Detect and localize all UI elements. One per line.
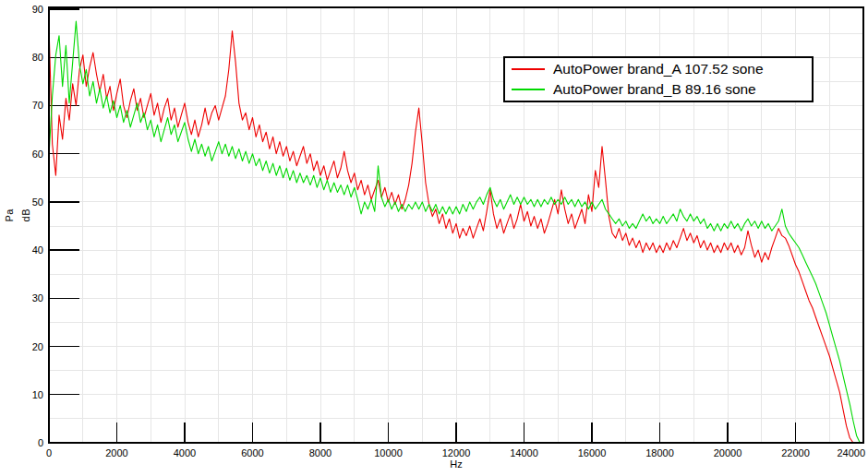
x-tick-label: 22000 [781, 447, 810, 458]
x-tick-label: 6000 [241, 447, 263, 458]
autopower-spectrum-chart: 0102030405060708090020004000600080001000… [0, 0, 868, 476]
y-tick-label: 40 [32, 244, 43, 256]
legend-item-brand-b: AutoPower brand_B 89.16 sone [505, 79, 812, 100]
x-tick-label: 24000 [837, 447, 865, 458]
legend-item-brand-a: AutoPower brand_A 107.52 sone [505, 59, 812, 79]
y-axis-unit-db: dB [20, 208, 31, 221]
y-tick-label: 90 [32, 4, 43, 15]
legend-label-brand-b: AutoPower brand_B 89.16 sone [553, 81, 756, 98]
x-tick-label: 4000 [174, 447, 196, 458]
x-tick-label: 14000 [510, 447, 538, 458]
x-axis-title: Hz [49, 458, 863, 470]
y-tick-label: 0 [38, 437, 43, 448]
y-tick-label: 70 [32, 100, 43, 111]
x-tick-label: 16000 [578, 447, 607, 458]
x-tick-label: 18000 [645, 447, 674, 458]
x-tick-label: 8000 [309, 447, 332, 458]
x-tick-label: 0 [46, 447, 52, 458]
y-axis-unit-pa: Pa [4, 208, 15, 221]
y-tick-label: 80 [32, 52, 43, 63]
x-tick-label: 2000 [105, 447, 127, 458]
legend-label-brand-a: AutoPower brand_A 107.52 sone [553, 61, 764, 77]
legend-line-brand-b [512, 89, 545, 90]
x-tick-label: 20000 [714, 447, 742, 458]
y-tick-label: 30 [32, 292, 43, 303]
y-tick-label: 50 [32, 196, 43, 208]
x-tick-label: 10000 [374, 447, 403, 458]
y-tick-label: 10 [32, 389, 43, 400]
y-tick-label: 60 [32, 149, 43, 160]
x-tick-label: 12000 [442, 447, 471, 458]
y-tick-label: 20 [32, 341, 43, 352]
legend-line-brand-a [512, 68, 545, 70]
legend: AutoPower brand_A 107.52 sone AutoPower … [503, 56, 814, 102]
